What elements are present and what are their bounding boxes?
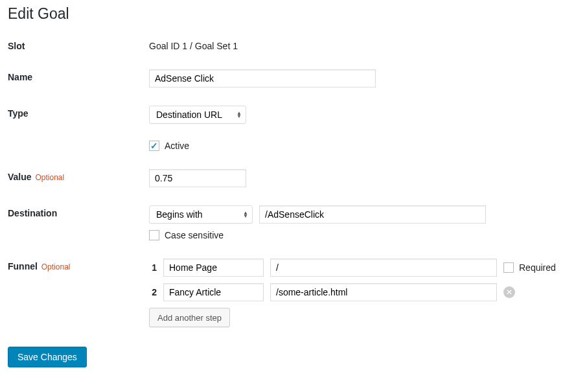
step-number: 1 — [149, 262, 157, 273]
slot-value: Goal ID 1 / Goal Set 1 — [149, 38, 557, 51]
select-arrows-icon: ▲▼ — [243, 211, 248, 218]
page-title: Edit Goal — [8, 5, 557, 23]
label-value: Value Optional — [8, 169, 149, 182]
label-destination: Destination — [8, 205, 149, 218]
label-name: Name — [8, 69, 149, 82]
active-checkbox-label[interactable]: Active — [149, 141, 557, 151]
save-button[interactable]: Save Changes — [8, 347, 87, 367]
case-sensitive-label[interactable]: Case sensitive — [149, 230, 224, 240]
active-label-text: Active — [165, 141, 189, 151]
step-required-checkbox[interactable] — [503, 262, 514, 273]
destination-url-input[interactable] — [259, 205, 486, 224]
add-step-button[interactable]: Add another step — [149, 308, 230, 327]
type-select[interactable]: Destination URL — [150, 106, 240, 123]
label-funnel: Funnel Optional — [8, 259, 149, 271]
value-input[interactable] — [149, 169, 246, 187]
type-select-wrap[interactable]: Destination URL ▲▼ — [149, 106, 246, 124]
label-type: Type — [8, 106, 149, 119]
case-sensitive-text: Case sensitive — [165, 230, 224, 240]
step-required-text: Required — [519, 262, 556, 273]
step-url-input[interactable] — [270, 283, 497, 301]
remove-step-icon[interactable]: ✕ — [503, 286, 515, 298]
destination-match-select-wrap[interactable]: Begins with ▲▼ — [149, 205, 253, 224]
active-checkbox[interactable] — [149, 141, 159, 151]
destination-match-select[interactable]: Begins with — [150, 206, 221, 223]
step-name-input[interactable] — [163, 259, 264, 277]
step-number: 2 — [149, 287, 157, 297]
name-input[interactable] — [149, 69, 376, 87]
label-slot: Slot — [8, 38, 149, 51]
case-sensitive-checkbox[interactable] — [149, 230, 159, 240]
value-optional-badge: Optional — [35, 173, 64, 182]
step-name-input[interactable] — [163, 283, 264, 301]
funnel-optional-badge: Optional — [41, 262, 71, 271]
step-url-input[interactable] — [270, 259, 497, 277]
funnel-step-row: 2 ✕ — [149, 283, 557, 301]
funnel-step-row: 1 Required — [149, 259, 557, 277]
step-required-label[interactable]: Required — [503, 262, 556, 273]
